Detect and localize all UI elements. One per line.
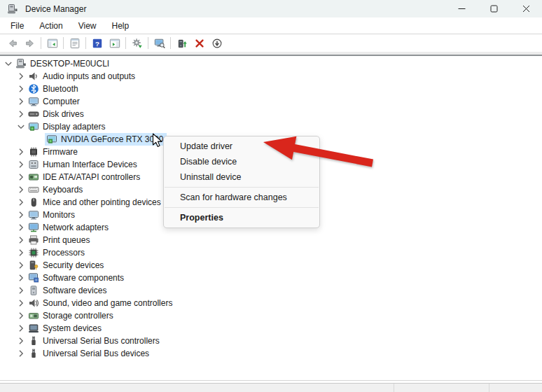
chevron-right-icon[interactable] bbox=[15, 310, 27, 321]
tree-item-audio-inputs-and-outputs[interactable]: Audio inputs and outputs bbox=[0, 70, 542, 83]
menu-view[interactable]: View bbox=[73, 20, 102, 32]
printer-icon bbox=[28, 234, 39, 246]
forward-button[interactable] bbox=[21, 36, 39, 51]
titlebar[interactable]: Device Manager bbox=[0, 0, 542, 18]
chevron-right-icon[interactable] bbox=[15, 146, 27, 158]
menu-action[interactable]: Action bbox=[34, 20, 68, 32]
toolbar-separator bbox=[170, 37, 171, 49]
menu-help[interactable]: Help bbox=[106, 20, 135, 32]
tree-item-disk-drives[interactable]: Disk drives bbox=[0, 108, 542, 120]
usb-icon bbox=[28, 348, 39, 359]
window-bottom-edge bbox=[0, 380, 542, 381]
tree-item-label: Network adapters bbox=[43, 223, 109, 232]
action-pane-icon bbox=[109, 38, 120, 49]
tree-item-bluetooth[interactable]: Bluetooth bbox=[0, 83, 542, 95]
chevron-right-icon[interactable] bbox=[15, 348, 27, 359]
update-driver-button[interactable] bbox=[128, 36, 146, 51]
tree-item-label: Print queues bbox=[43, 235, 90, 245]
tree-item-universal-serial-bus-devices[interactable]: Universal Serial Bus devices bbox=[0, 347, 542, 360]
tree-item-print-queues[interactable]: Print queues bbox=[0, 234, 542, 246]
software-device-icon bbox=[28, 285, 39, 296]
show-hide-action-pane-button[interactable] bbox=[106, 36, 123, 51]
tree-item-label: Bluetooth bbox=[43, 84, 78, 94]
tree-item-label: Keyboards bbox=[43, 185, 83, 195]
help-button[interactable]: ? bbox=[88, 36, 106, 51]
chevron-right-icon[interactable] bbox=[15, 108, 27, 120]
toolbar: ? bbox=[0, 34, 542, 52]
tree-item-storage-controllers[interactable]: Storage controllers bbox=[0, 309, 542, 322]
tree-item-label: Display adapters bbox=[43, 122, 105, 132]
chevron-right-icon[interactable] bbox=[15, 71, 27, 82]
tree-item-security-devices[interactable]: Security devices bbox=[0, 259, 542, 272]
bluetooth-icon bbox=[28, 83, 39, 94]
tree-item-label: Software devices bbox=[43, 286, 106, 295]
toolbar-separator bbox=[41, 37, 41, 49]
context-menu-item-disable-device[interactable]: Disable device bbox=[164, 154, 319, 169]
chevron-right-icon[interactable] bbox=[15, 222, 27, 233]
mouse-icon bbox=[28, 197, 39, 208]
context-menu-item-scan-for-hardware-changes[interactable]: Scan for hardware changes bbox=[164, 190, 319, 205]
display-adapter-icon bbox=[28, 121, 39, 132]
keyboard-icon bbox=[28, 184, 39, 195]
close-icon bbox=[522, 5, 530, 13]
tree-item-software-components[interactable]: Software components bbox=[0, 272, 542, 284]
chevron-right-icon[interactable] bbox=[15, 272, 27, 284]
toolbar-separator bbox=[125, 37, 126, 49]
context-menu-item-uninstall-device[interactable]: Uninstall device bbox=[164, 169, 319, 185]
chevron-right-icon[interactable] bbox=[15, 323, 27, 334]
tree-item-label: NVIDIA GeForce RTX 3080 bbox=[61, 134, 164, 144]
sound-controller-icon bbox=[28, 298, 39, 309]
chevron-right-icon[interactable] bbox=[15, 83, 27, 94]
chevron-right-icon[interactable] bbox=[15, 285, 27, 296]
properties-button[interactable] bbox=[66, 36, 83, 51]
close-button[interactable] bbox=[510, 0, 542, 18]
tree-item-display-adapters[interactable]: Display adapters bbox=[0, 120, 542, 133]
selected-tree-item-highlight: NVIDIA GeForce RTX 3080 bbox=[45, 133, 167, 146]
device-manager-window: Device Manager FileActionViewHelp ? DESK… bbox=[0, 0, 542, 392]
chevron-right-icon[interactable] bbox=[15, 234, 27, 246]
context-menu-separator bbox=[165, 207, 319, 208]
chevron-right-icon[interactable] bbox=[15, 159, 27, 170]
tree-item-sound-video-and-game-controllers[interactable]: Sound, video and game controllers bbox=[0, 297, 542, 309]
disable-device-button[interactable] bbox=[208, 36, 225, 51]
maximize-icon bbox=[490, 5, 498, 13]
minimize-button[interactable] bbox=[445, 0, 478, 18]
chevron-right-icon[interactable] bbox=[15, 335, 27, 346]
chevron-right-icon[interactable] bbox=[15, 260, 27, 271]
menu-file[interactable]: File bbox=[5, 20, 29, 32]
tree-item-computer[interactable]: Computer bbox=[0, 95, 542, 108]
tree-item-processors[interactable]: Processors bbox=[0, 246, 542, 259]
chevron-right-icon[interactable] bbox=[15, 172, 27, 183]
chevron-right-icon[interactable] bbox=[15, 96, 27, 107]
monitor-icon bbox=[28, 209, 39, 220]
background-status-strip bbox=[0, 383, 542, 392]
tree-item-universal-serial-bus-controllers[interactable]: Universal Serial Bus controllers bbox=[0, 335, 542, 347]
chevron-right-icon[interactable] bbox=[15, 247, 27, 258]
scan-hardware-changes-button[interactable] bbox=[151, 36, 168, 51]
context-menu-item-properties[interactable]: Properties bbox=[164, 210, 319, 225]
disk-drive-icon bbox=[28, 108, 39, 120]
maximize-button[interactable] bbox=[478, 0, 510, 18]
tree-item-label: Computer bbox=[43, 97, 80, 106]
storage-controller-icon bbox=[28, 310, 39, 321]
chevron-down-icon[interactable] bbox=[15, 121, 27, 132]
chevron-right-icon[interactable] bbox=[15, 184, 27, 195]
chevron-right-icon[interactable] bbox=[15, 209, 27, 220]
tree-item-label: Security devices bbox=[43, 260, 104, 270]
svg-text:?: ? bbox=[95, 39, 99, 47]
context-menu-item-update-driver[interactable]: Update driver bbox=[164, 139, 319, 154]
show-hide-console-tree-button[interactable] bbox=[43, 36, 61, 51]
chevron-down-icon[interactable] bbox=[3, 58, 14, 69]
chevron-right-icon[interactable] bbox=[15, 298, 27, 309]
tree-item-label: DESKTOP-ME0UCLI bbox=[30, 59, 109, 69]
tree-item-label: Audio inputs and outputs bbox=[43, 71, 135, 81]
back-button[interactable] bbox=[4, 36, 21, 51]
tree-item-software-devices[interactable]: Software devices bbox=[0, 284, 542, 297]
uninstall-device-button[interactable] bbox=[190, 36, 208, 51]
tree-item-desktop-me0ucli[interactable]: DESKTOP-ME0UCLI bbox=[0, 57, 542, 70]
tree-item-system-devices[interactable]: System devices bbox=[0, 322, 542, 335]
help-icon: ? bbox=[92, 38, 103, 49]
context-menu-separator bbox=[165, 187, 319, 188]
add-drivers-button[interactable] bbox=[173, 36, 190, 51]
chevron-right-icon[interactable] bbox=[15, 197, 27, 208]
